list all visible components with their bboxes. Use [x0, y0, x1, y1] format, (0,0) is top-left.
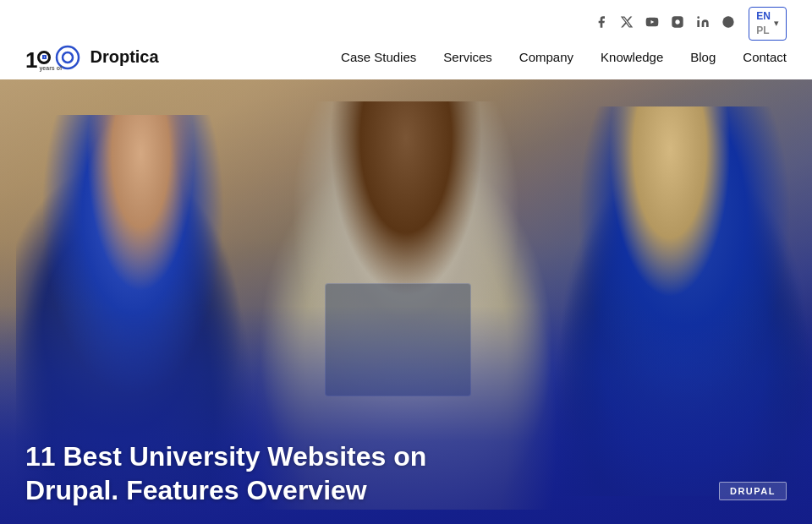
hero-category-badge: DRUPAL	[719, 482, 787, 500]
hero-title: 11 Best University Websites on Drupal. F…	[25, 439, 465, 507]
globe-icon[interactable]	[721, 15, 735, 31]
site-header: EN PL ▾ 1 years of	[0, 0, 812, 79]
lang-pl: PL	[756, 24, 771, 38]
chevron-down-icon: ▾	[774, 18, 779, 29]
logo-number: 1 years of	[25, 49, 52, 71]
svg-point-2	[698, 17, 700, 19]
language-switcher[interactable]: EN PL ▾	[749, 7, 787, 41]
logo-badge: 1 years of	[25, 44, 81, 71]
instagram-icon[interactable]	[671, 15, 684, 31]
nav-item-case-studies: Case Studies	[341, 50, 416, 65]
nav-item-blog: Blog	[690, 50, 716, 65]
nav-item-contact: Contact	[743, 50, 787, 65]
nav-link-case-studies[interactable]: Case Studies	[341, 50, 416, 64]
language-options: EN PL	[756, 9, 771, 38]
nav-bar: 1 years of Droptica Case Stu	[0, 44, 812, 79]
site-logo[interactable]: 1 years of Droptica	[25, 44, 159, 71]
nav-item-services: Services	[443, 50, 492, 65]
svg-point-6	[63, 52, 73, 63]
nav-link-services[interactable]: Services	[443, 50, 492, 64]
social-icons	[595, 15, 735, 31]
brand-name: Droptica	[90, 47, 158, 67]
twitter-x-icon[interactable]	[620, 15, 634, 31]
top-bar: EN PL ▾	[0, 0, 812, 44]
main-nav: Case Studies Services Company Knowledge …	[341, 50, 787, 65]
nav-item-knowledge: Knowledge	[601, 50, 663, 65]
nav-link-contact[interactable]: Contact	[743, 50, 787, 64]
facebook-icon[interactable]	[595, 15, 608, 31]
linkedin-icon[interactable]	[696, 15, 710, 31]
nav-link-knowledge[interactable]: Knowledge	[601, 50, 663, 64]
hero-content: 11 Best University Websites on Drupal. F…	[25, 439, 643, 507]
youtube-icon[interactable]	[645, 15, 659, 31]
hero-section: 11 Best University Websites on Drupal. F…	[0, 79, 812, 524]
nav-link-company[interactable]: Company	[519, 50, 573, 64]
nav-link-blog[interactable]: Blog	[690, 50, 716, 64]
nav-links: Case Studies Services Company Knowledge …	[341, 50, 787, 65]
years-of-text: years of	[39, 65, 62, 71]
lang-en: EN	[756, 9, 771, 24]
nav-item-company: Company	[519, 50, 573, 65]
